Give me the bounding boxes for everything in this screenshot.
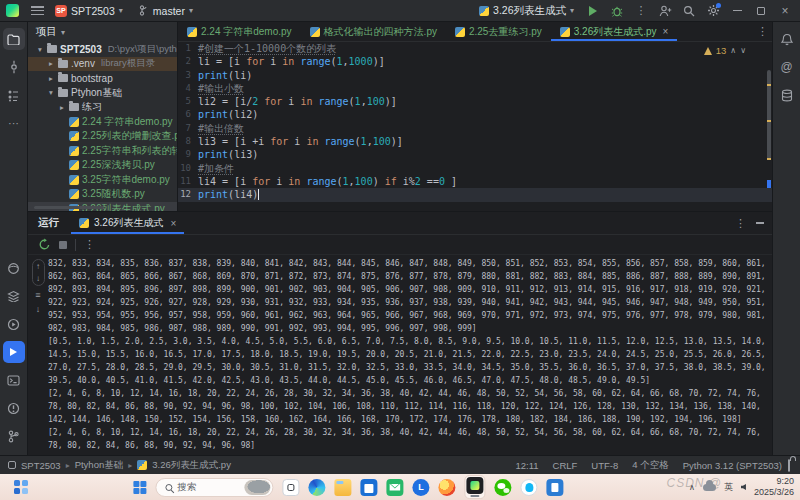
tree-item[interactable]: 2.25字符串和列表的转换.py [28, 144, 177, 159]
status-widget[interactable]: UTF-8 [591, 460, 618, 471]
tree-item[interactable]: 3.25字符串demo.py [28, 173, 177, 188]
project-tool-button[interactable] [3, 28, 25, 50]
inspections-widget[interactable]: 13 ∧ ∨ [704, 45, 746, 56]
tree-item[interactable]: ▸bootstrap [28, 71, 177, 86]
code-line[interactable]: 12print(li4) [178, 188, 772, 201]
lenovo-app-icon[interactable]: L [412, 479, 429, 496]
tree-item[interactable]: 3.25随机数.py [28, 187, 177, 202]
hidden-icons-button[interactable]: ∧ [689, 483, 695, 492]
chevron-right-icon[interactable]: ▸ [47, 74, 55, 83]
status-widget[interactable]: 12:11 [515, 460, 538, 471]
more-tool-windows-button[interactable]: ··· [3, 112, 25, 134]
database-tool-button[interactable] [776, 84, 798, 106]
run-button[interactable] [582, 2, 604, 20]
stop-button[interactable] [59, 241, 67, 249]
editor-tab[interactable]: 格式化输出的四种方法.py [301, 22, 446, 41]
code-line[interactable]: 10#加条件 [178, 162, 772, 175]
console-options-button[interactable]: ⋮ [84, 238, 95, 251]
tree-item[interactable]: 2.25列表的增删改查.py [28, 129, 177, 144]
window-close-button[interactable]: × [774, 2, 796, 20]
window-minimize-button[interactable] [726, 2, 748, 20]
taskbar-clock[interactable]: 9:20 2025/3/26 [754, 476, 794, 499]
file-explorer-app-icon[interactable] [334, 479, 351, 496]
code-line[interactable]: 4#输出小数 [178, 82, 772, 95]
scroll-to-end-icon[interactable]: ↓ [36, 304, 41, 314]
run-tool-button[interactable] [3, 341, 25, 363]
search-everywhere-button[interactable] [678, 2, 700, 20]
breadcrumb-folder[interactable]: Ptyhon基础 [75, 459, 124, 472]
code-line[interactable]: 3print(li) [178, 69, 772, 82]
wechat-app-icon[interactable] [494, 479, 511, 496]
status-widget[interactable]: 4 个空格 [632, 459, 668, 472]
breadcrumb-project[interactable]: SPT2503 [21, 460, 61, 471]
status-widget[interactable]: Python 3.12 (SPT2503) [683, 460, 782, 471]
volume-icon[interactable] [741, 484, 746, 490]
code-line[interactable]: 8li3 = [i +i for i in range(1,100)] [178, 135, 772, 148]
soft-wrap-icon[interactable]: ≡ [35, 290, 40, 300]
chevron-down-icon[interactable]: ▾ [61, 28, 65, 37]
window-maximize-button[interactable] [750, 2, 772, 20]
close-icon[interactable]: × [663, 26, 669, 37]
next-warning-button[interactable]: ∨ [740, 46, 746, 55]
tree-item[interactable]: ▾Ptyhon基础 [28, 86, 177, 101]
chevron-down-icon[interactable]: ▾ [47, 88, 55, 97]
horizontal-scrollbar[interactable] [34, 206, 104, 209]
code-line[interactable]: 2li = [i for i in range(1,1000)] [178, 55, 772, 68]
widgets-button[interactable] [14, 480, 28, 494]
taskbar-search[interactable]: 搜索 [155, 478, 273, 497]
weather-icon[interactable] [703, 484, 716, 491]
mail-app-icon[interactable] [386, 479, 403, 496]
editor-scrollbar[interactable] [766, 62, 771, 202]
code-line[interactable]: 11li4 = [i for i in range(1,100) if i%2 … [178, 175, 772, 188]
main-menu-button[interactable] [31, 6, 44, 15]
vcs-branch-widget[interactable]: master ▾ [134, 3, 198, 19]
task-view-app-icon[interactable] [282, 479, 299, 496]
code-line[interactable]: 1#创建一个1-10000个数的列表 [178, 42, 772, 55]
status-widget[interactable]: CRLF [553, 460, 578, 471]
editor-tab[interactable]: 2.25去重练习.py [446, 22, 551, 41]
terminal-tool-button[interactable] [3, 369, 25, 391]
console-output[interactable]: 832, 833, 834, 835, 836, 837, 838, 839, … [48, 255, 772, 455]
notes-app-icon[interactable] [546, 479, 563, 496]
run-configuration-selector[interactable]: 3.26列表生成式 ▾ [473, 2, 580, 20]
store-app-icon[interactable] [360, 479, 377, 496]
tree-item[interactable]: ▾SPT2503D:\pyx\项目\python\myflask [28, 42, 177, 57]
edge-app-icon[interactable] [308, 479, 325, 496]
start-button[interactable] [133, 481, 146, 494]
editor-tab[interactable]: 3.26列表生成式.py× [551, 22, 678, 41]
structure-tool-button[interactable] [3, 84, 25, 106]
debug-button[interactable] [606, 2, 628, 20]
lock-icon[interactable] [788, 459, 790, 472]
settings-button[interactable] [702, 2, 724, 20]
scroll-down-icon[interactable]: ↓ [36, 274, 40, 283]
more-actions-button[interactable]: ⋮ [630, 2, 652, 20]
python-console-tool-button[interactable] [3, 285, 25, 307]
chevron-down-icon[interactable]: ▾ [36, 45, 44, 54]
scroll-up-icon[interactable]: ↑ [36, 262, 40, 271]
tree-item[interactable]: ▸练习 [28, 100, 177, 115]
project-widget[interactable]: SP SPT2503 ▾ [50, 3, 128, 19]
tree-item[interactable]: 2.24 字符串demo.py [28, 115, 177, 130]
python-packages-tool-button[interactable] [3, 257, 25, 279]
hide-panel-button[interactable] [756, 222, 764, 224]
run-tab[interactable]: 3.26列表生成式 × [71, 212, 184, 234]
code-line[interactable]: 5li2 = [i/2 for i in range(1,100)] [178, 95, 772, 108]
chevron-right-icon[interactable]: ▸ [47, 59, 55, 68]
breadcrumb-file[interactable]: 3.26列表生成式.py [152, 459, 231, 472]
services-tool-button[interactable] [3, 313, 25, 335]
code-editor[interactable]: 13 ∧ ∨ 1#创建一个1-10000个数的列表2li = [i for i … [178, 42, 772, 211]
tree-item[interactable]: ▸.venvlibrary根目录 [28, 57, 177, 72]
ai-assistant-tool-button[interactable]: @ [776, 56, 798, 78]
code-line[interactable]: 6print(li2) [178, 108, 772, 121]
chevron-right-icon[interactable]: ▸ [58, 103, 66, 112]
search-highlight-image[interactable] [244, 480, 270, 495]
commit-tool-button[interactable] [3, 56, 25, 78]
qq-app-icon[interactable] [520, 479, 537, 496]
code-line[interactable]: 9print(li3) [178, 148, 772, 161]
input-language-indicator[interactable]: 英 [724, 481, 733, 494]
run-panel-options-button[interactable]: ⋮ [735, 217, 746, 230]
tree-item[interactable]: 2.25深浅拷贝.py [28, 158, 177, 173]
prev-warning-button[interactable]: ∧ [730, 46, 736, 55]
editor-tab[interactable]: 2.24 字符串demo.py [178, 22, 301, 41]
git-tool-button[interactable] [3, 425, 25, 447]
